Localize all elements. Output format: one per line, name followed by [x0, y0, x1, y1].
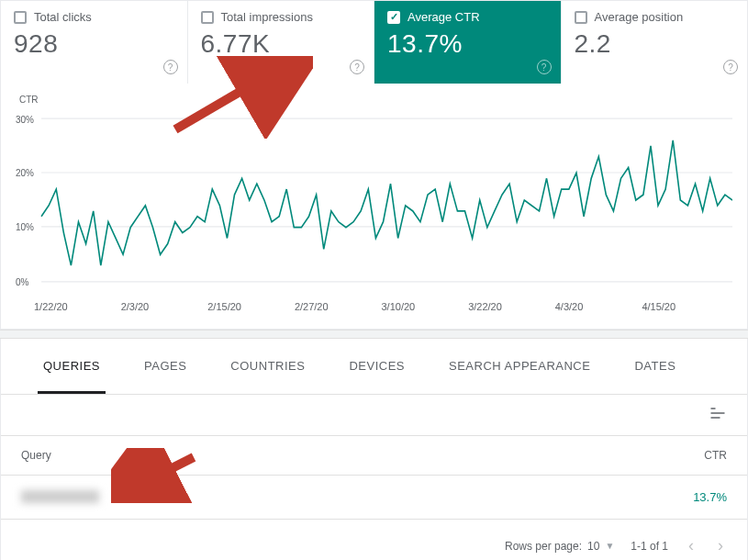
rows-per-page-label: Rows per page:	[505, 540, 582, 553]
xtick: 2/27/20	[295, 301, 382, 312]
tab-queries[interactable]: QUERIES	[38, 339, 106, 394]
filter-row	[1, 395, 747, 436]
card-average-position[interactable]: Average position 2.2 ?	[562, 1, 748, 84]
xtick: 1/22/20	[34, 301, 121, 312]
col-query: Query	[21, 449, 51, 462]
svg-line-5	[125, 457, 194, 492]
prev-page-icon[interactable]: ‹	[685, 532, 698, 559]
help-icon[interactable]: ?	[537, 60, 552, 74]
table-row[interactable]: 13.7%	[1, 476, 747, 520]
xtick: 3/22/20	[468, 301, 555, 312]
ytick: 10%	[16, 221, 35, 233]
card-value: 13.7%	[387, 29, 548, 59]
section-divider	[0, 330, 748, 339]
ctr-line-chart: 30% 20% 10% 0%	[16, 108, 732, 292]
next-page-icon[interactable]: ›	[714, 532, 727, 559]
tab-devices[interactable]: DEVICES	[343, 339, 410, 394]
table-panel: QUERIES PAGES COUNTRIES DEVICES SEARCH A…	[0, 339, 748, 560]
chart-area: CTR 30% 20% 10% 0% 1/22/20 2/3/20 2/15/2…	[1, 84, 747, 329]
tab-dates[interactable]: DATES	[629, 339, 681, 394]
ytick: 20%	[16, 167, 35, 179]
filter-icon[interactable]	[709, 404, 727, 426]
ytick: 0%	[16, 276, 29, 288]
card-label: Total impressions	[221, 10, 313, 24]
xtick: 2/15/20	[207, 301, 295, 312]
checkbox-icon	[201, 11, 214, 24]
xtick: 4/3/20	[555, 301, 642, 312]
pager: Rows per page: 10 ▼ 1-1 of 1 ‹ ›	[1, 520, 747, 560]
annotation-arrow-icon	[111, 448, 203, 503]
card-value: 2.2	[575, 29, 735, 59]
chart-title: CTR	[19, 95, 732, 105]
svg-line-4	[175, 65, 285, 129]
x-axis: 1/22/20 2/3/20 2/15/20 2/27/20 3/10/20 3…	[34, 301, 729, 312]
help-icon[interactable]: ?	[350, 60, 364, 74]
col-ctr: CTR	[704, 449, 727, 462]
xtick: 4/15/20	[642, 301, 729, 312]
xtick: 2/3/20	[121, 301, 208, 312]
card-average-ctr[interactable]: Average CTR 13.7% ?	[374, 1, 562, 84]
card-value: 928	[14, 29, 174, 59]
card-value: 6.77K	[201, 29, 362, 59]
tab-search-appearance[interactable]: SEARCH APPEARANCE	[443, 339, 596, 394]
xtick: 3/10/20	[382, 301, 469, 312]
ytick: 30%	[16, 113, 35, 125]
help-icon[interactable]: ?	[723, 60, 738, 74]
page-range: 1-1 of 1	[631, 540, 668, 553]
checkbox-icon	[575, 11, 587, 24]
annotation-arrow-icon	[157, 56, 313, 139]
tabs: QUERIES PAGES COUNTRIES DEVICES SEARCH A…	[1, 339, 747, 395]
tab-countries[interactable]: COUNTRIES	[225, 339, 310, 394]
performance-panel: Total clicks 928 ? Total impressions 6.7…	[0, 0, 748, 330]
tab-pages[interactable]: PAGES	[139, 339, 192, 394]
ctr-series-line	[41, 140, 732, 265]
query-text-redacted	[21, 490, 99, 503]
checkbox-icon	[14, 11, 27, 24]
dropdown-icon[interactable]: ▼	[605, 541, 614, 551]
card-label: Average CTR	[407, 10, 480, 24]
checkbox-icon	[387, 11, 400, 24]
row-ctr: 13.7%	[693, 490, 727, 504]
card-label: Average position	[595, 10, 684, 24]
rows-per-page-value[interactable]: 10	[587, 540, 599, 553]
metric-cards: Total clicks 928 ? Total impressions 6.7…	[1, 1, 747, 84]
card-label: Total clicks	[34, 10, 92, 24]
